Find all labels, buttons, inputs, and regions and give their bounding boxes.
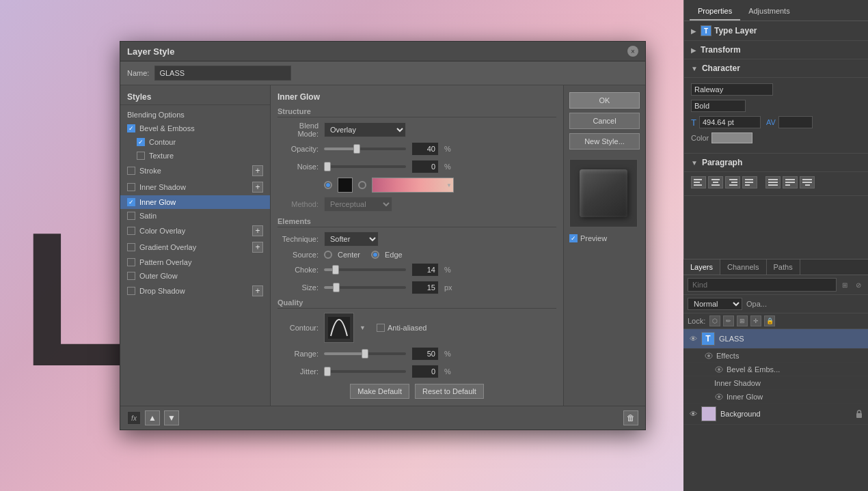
style-texture[interactable]: Texture: [120, 149, 270, 163]
style-drop-shadow[interactable]: Drop Shadow +: [120, 283, 270, 299]
style-inner-glow[interactable]: Inner Glow: [120, 195, 270, 209]
source-center-radio[interactable]: [324, 251, 332, 259]
drop-shadow-add-btn[interactable]: +: [252, 285, 263, 296]
dialog-body: Styles Blending Options Bevel & Emboss C…: [120, 85, 645, 406]
style-pattern-overlay[interactable]: Pattern Overlay: [120, 255, 270, 269]
justify-center-btn[interactable]: [800, 176, 815, 188]
opacity-input[interactable]: [411, 142, 439, 156]
style-contour[interactable]: Contour: [120, 135, 270, 149]
noise-input[interactable]: [411, 160, 439, 173]
stroke-label: Stroke: [139, 167, 161, 175]
choke-label: Choke:: [277, 266, 318, 274]
color-radio-solid[interactable]: [324, 181, 332, 189]
style-bevel-emboss[interactable]: Bevel & Emboss: [120, 122, 270, 135]
style-satin[interactable]: Satin: [120, 209, 270, 223]
method-dropdown[interactable]: Perceptual: [324, 197, 392, 212]
blend-mode-dropdown[interactable]: Overlay: [324, 122, 406, 137]
make-default-btn[interactable]: Make Default: [350, 384, 409, 399]
jitter-thumb[interactable]: [324, 367, 331, 376]
source-edge-radio[interactable]: [371, 251, 379, 259]
size-slider[interactable]: [324, 286, 406, 289]
color-black-swatch[interactable]: [338, 178, 353, 193]
choke-row: Choke: %: [277, 263, 556, 277]
texture-checkbox[interactable]: [137, 152, 145, 160]
dialog-close-btn[interactable]: ×: [627, 46, 638, 57]
name-input[interactable]: [154, 66, 291, 81]
style-stroke[interactable]: Stroke +: [120, 163, 270, 179]
cancel-btn[interactable]: Cancel: [569, 113, 640, 129]
choke-slider[interactable]: [324, 268, 406, 271]
opacity-label: Opacity:: [277, 145, 318, 153]
move-down-btn[interactable]: ▼: [164, 410, 179, 425]
style-blending-options[interactable]: Blending Options: [120, 108, 270, 122]
size-input[interactable]: [411, 281, 439, 294]
color-overlay-checkbox[interactable]: [127, 227, 135, 235]
noise-thumb[interactable]: [324, 162, 331, 171]
range-input[interactable]: [411, 347, 439, 361]
font-spacing-input[interactable]: [778, 116, 813, 128]
preview-checkbox-row: ✓ Preview: [569, 234, 640, 242]
range-slider[interactable]: [324, 352, 406, 355]
noise-row: Noise: %: [277, 160, 556, 173]
style-inner-shadow[interactable]: Inner Shadow +: [120, 179, 270, 195]
gradient-color-swatch[interactable]: ▼: [372, 178, 454, 193]
style-gradient-overlay[interactable]: Gradient Overlay +: [120, 239, 270, 255]
bevel-emboss-checkbox[interactable]: [127, 124, 135, 132]
layers-filter-icon[interactable]: ⊘: [853, 279, 864, 290]
fx-btn[interactable]: fx: [127, 411, 141, 425]
inner-glow-checkbox[interactable]: [127, 198, 135, 206]
source-center-label: Center: [338, 251, 360, 259]
stroke-add-btn[interactable]: +: [252, 165, 263, 176]
technique-dropdown[interactable]: Softer: [324, 232, 379, 247]
jitter-slider[interactable]: [324, 370, 406, 373]
choke-input[interactable]: [411, 263, 439, 277]
satin-label: Satin: [139, 212, 157, 220]
inner-shadow-checkbox[interactable]: [127, 183, 135, 191]
layers-grid-icon[interactable]: ⊞: [839, 279, 850, 290]
color-overlay-label: Color Overlay: [139, 227, 185, 235]
style-color-overlay[interactable]: Color Overlay +: [120, 223, 270, 239]
color-overlay-add-btn[interactable]: +: [252, 225, 263, 236]
stroke-checkbox[interactable]: [127, 167, 135, 175]
tab-paths[interactable]: Paths: [767, 259, 800, 275]
style-outer-glow[interactable]: Outer Glow: [120, 269, 270, 283]
opacity-thumb[interactable]: [353, 144, 360, 154]
pattern-overlay-checkbox[interactable]: [127, 258, 135, 266]
justify-all-btn[interactable]: [765, 176, 781, 188]
trash-btn[interactable]: 🗑: [623, 410, 638, 425]
contour-dropdown-arrow[interactable]: ▼: [360, 324, 366, 331]
anti-alias-checkbox[interactable]: [377, 324, 385, 332]
size-thumb[interactable]: [333, 283, 340, 292]
reset-default-btn[interactable]: Reset to Default: [415, 384, 484, 399]
quality-title: Quality: [277, 298, 556, 309]
contour-preview[interactable]: [324, 313, 354, 343]
opacity-slider[interactable]: [324, 148, 406, 150]
noise-slider[interactable]: [324, 165, 406, 168]
contour-checkbox[interactable]: [137, 138, 145, 146]
gradient-overlay-add-btn[interactable]: +: [252, 242, 263, 253]
preview-inner: [580, 169, 627, 217]
jitter-input[interactable]: [411, 365, 439, 378]
outer-glow-checkbox[interactable]: [127, 272, 135, 280]
range-unit: %: [444, 350, 451, 358]
new-style-btn[interactable]: New Style...: [569, 133, 640, 150]
size-unit: px: [444, 283, 452, 292]
lock-all-icon[interactable]: 🔒: [764, 315, 775, 326]
opacity-row: Opacity: %: [277, 142, 556, 156]
range-thumb[interactable]: [362, 349, 368, 359]
ok-btn[interactable]: OK: [569, 92, 640, 109]
gradient-overlay-checkbox[interactable]: [127, 243, 135, 251]
drop-shadow-checkbox[interactable]: [127, 287, 135, 295]
move-up-btn[interactable]: ▲: [145, 410, 160, 425]
layer-style-dialog: Layer Style × Name: Styles Blending Opti…: [120, 41, 646, 430]
satin-checkbox[interactable]: [127, 212, 135, 220]
inner-shadow-add-btn[interactable]: +: [252, 182, 263, 193]
content-panel: Inner Glow Structure Blend Mode: Overlay…: [271, 85, 563, 406]
font-spacing-icon: AV: [766, 118, 776, 126]
choke-thumb[interactable]: [332, 265, 339, 275]
color-radio-gradient[interactable]: [358, 181, 366, 189]
preview-checkbox[interactable]: ✓: [569, 234, 578, 242]
source-edge-label: Edge: [385, 251, 403, 259]
justify-left-btn[interactable]: [783, 176, 798, 188]
styles-header[interactable]: Styles: [120, 89, 270, 105]
